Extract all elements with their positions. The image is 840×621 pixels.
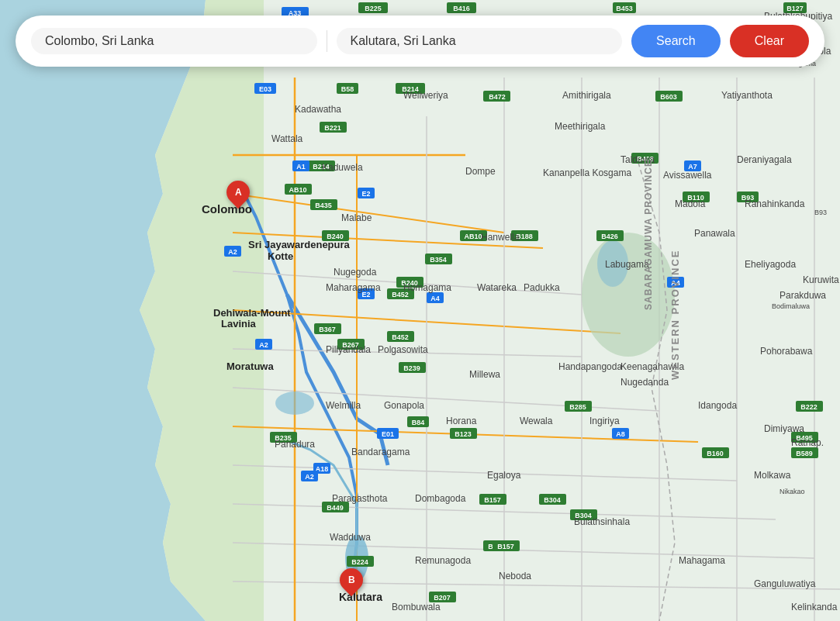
svg-text:B435: B435 — [315, 202, 332, 209]
svg-text:Nugedanda: Nugedanda — [620, 377, 669, 388]
svg-text:WESTERN PROVINCE: WESTERN PROVINCE — [669, 249, 681, 380]
svg-text:Padukka: Padukka — [524, 282, 560, 293]
origin-input-wrapper — [31, 28, 317, 54]
svg-text:Hanwella: Hanwella — [481, 232, 520, 243]
svg-text:Egaloya: Egaloya — [487, 470, 521, 481]
svg-text:Kuruwita: Kuruwita — [803, 274, 839, 285]
svg-text:Meethirigala: Meethirigala — [555, 121, 606, 132]
svg-text:B93: B93 — [814, 209, 827, 216]
svg-text:B452: B452 — [392, 333, 409, 341]
svg-text:Colombo: Colombo — [202, 202, 252, 216]
svg-text:E01: E01 — [382, 430, 394, 438]
svg-text:A8: A8 — [616, 430, 625, 438]
svg-point-5 — [275, 392, 314, 415]
svg-text:A1: A1 — [296, 163, 306, 171]
svg-text:B285: B285 — [569, 403, 586, 411]
svg-text:Gonapola: Gonapola — [384, 400, 424, 411]
svg-text:Dombagoda: Dombagoda — [415, 493, 466, 504]
svg-text:B449: B449 — [327, 504, 344, 512]
svg-text:Amithirigala: Amithirigala — [562, 90, 611, 101]
svg-text:Dompe: Dompe — [465, 166, 496, 177]
svg-text:A2: A2 — [228, 248, 237, 256]
svg-text:Neboda: Neboda — [499, 571, 531, 581]
input-divider — [327, 30, 327, 52]
svg-text:Polgasowita: Polgasowita — [378, 344, 428, 355]
svg-text:B225: B225 — [365, 5, 382, 12]
svg-point-3 — [582, 233, 675, 357]
svg-text:Millewa: Millewa — [469, 369, 500, 380]
svg-text:B160: B160 — [707, 450, 724, 457]
svg-text:A2: A2 — [305, 473, 314, 481]
svg-text:B354: B354 — [430, 256, 447, 264]
svg-text:Kalutara: Kalutara — [339, 591, 382, 603]
svg-text:Handapangoda: Handapangoda — [558, 361, 622, 372]
svg-text:B221: B221 — [324, 124, 341, 132]
svg-text:Piliyandala: Piliyandala — [326, 344, 371, 355]
svg-text:Wadduwa: Wadduwa — [330, 532, 371, 543]
marker-a-label: A — [235, 187, 242, 198]
svg-text:Bodimaluwa: Bodimaluwa — [772, 302, 810, 310]
svg-text:Ingiriya: Ingiriya — [589, 416, 620, 426]
svg-text:SABARAGAMUWA PROVINCE: SABARAGAMUWA PROVINCE — [643, 160, 654, 310]
svg-text:B157: B157 — [497, 543, 514, 550]
svg-text:Lavinia: Lavinia — [221, 318, 257, 329]
svg-text:B58: B58 — [341, 85, 354, 93]
svg-text:Avissawella: Avissawella — [663, 170, 712, 181]
svg-text:Wewala: Wewala — [520, 416, 553, 426]
svg-text:Kananpella  Kosgama: Kananpella Kosgama — [543, 167, 631, 178]
svg-text:B416: B416 — [453, 5, 470, 12]
svg-text:Watareka: Watareka — [477, 282, 517, 293]
svg-text:Yatiyanthota: Yatiyanthota — [721, 90, 773, 101]
svg-text:A2: A2 — [259, 341, 268, 349]
svg-text:Paragasthota: Paragasthota — [332, 493, 388, 504]
svg-text:Ranahinkanda: Ranahinkanda — [745, 198, 805, 209]
svg-text:Eheliyagoda: Eheliyagoda — [745, 259, 796, 270]
destination-input[interactable] — [351, 34, 609, 48]
svg-text:B304: B304 — [544, 496, 561, 504]
svg-text:AB10: AB10 — [464, 233, 482, 240]
clear-button[interactable]: Clear — [730, 25, 809, 57]
svg-text:Ganguluwatiya: Ganguluwatiya — [754, 578, 816, 589]
svg-text:Kelinkanda: Kelinkanda — [791, 602, 838, 612]
svg-text:E2: E2 — [361, 190, 370, 198]
map-container: A33 B225 B416 B453 B127 B214 B472 B58 E0… — [0, 0, 840, 621]
svg-text:Parakduwa: Parakduwa — [780, 290, 826, 301]
svg-text:B222: B222 — [800, 403, 818, 411]
svg-text:Ratnap.: Ratnap. — [791, 437, 824, 448]
svg-text:Kadawatha: Kadawatha — [295, 104, 341, 115]
svg-text:Idangoda: Idangoda — [698, 400, 737, 411]
svg-text:Bandaragama: Bandaragama — [351, 447, 410, 457]
svg-text:A4: A4 — [430, 295, 440, 302]
svg-text:E03: E03 — [259, 85, 271, 93]
svg-text:Kotte: Kotte — [268, 250, 293, 262]
marker-b-label: B — [348, 574, 355, 585]
svg-text:Wattala: Wattala — [271, 133, 303, 144]
search-button[interactable]: Search — [631, 25, 721, 57]
svg-text:Panawala: Panawala — [694, 228, 735, 239]
svg-text:Madola: Madola — [675, 198, 706, 209]
svg-text:AB10: AB10 — [289, 186, 306, 194]
svg-text:B84: B84 — [412, 419, 425, 426]
svg-text:Mahagama: Mahagama — [679, 555, 725, 566]
svg-text:B589: B589 — [796, 450, 813, 457]
svg-text:Moratuwa: Moratuwa — [226, 361, 274, 372]
svg-text:B123: B123 — [455, 430, 472, 438]
destination-input-wrapper — [337, 28, 623, 54]
origin-input[interactable] — [45, 34, 303, 48]
search-bar: Search Clear — [16, 16, 824, 67]
svg-text:Nugegoda: Nugegoda — [334, 267, 377, 278]
svg-text:Bombuwala: Bombuwala — [392, 602, 441, 612]
svg-text:Pohorabawa: Pohorabawa — [760, 346, 813, 357]
svg-text:B207: B207 — [434, 594, 451, 602]
svg-text:Molkawa: Molkawa — [754, 470, 791, 481]
marker-a: A — [226, 181, 250, 204]
svg-text:B239: B239 — [403, 364, 420, 372]
svg-text:B603: B603 — [660, 93, 677, 101]
svg-text:Homagama: Homagama — [403, 282, 451, 293]
svg-text:B157: B157 — [484, 496, 501, 504]
svg-text:Kaduwela: Kaduwela — [322, 162, 363, 173]
svg-text:Dehiwala-Mount: Dehiwala-Mount — [213, 307, 291, 319]
svg-text:Panadura: Panadura — [275, 439, 315, 450]
svg-text:Welmilla: Welmilla — [326, 400, 361, 411]
svg-text:Malabe: Malabe — [341, 212, 372, 223]
